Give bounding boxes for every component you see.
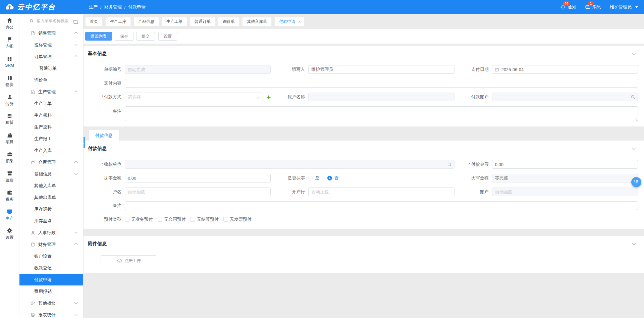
chevron-down-icon[interactable] bbox=[632, 51, 636, 55]
rail-item-leasing[interactable]: 租赁 bbox=[0, 110, 19, 129]
rail-item-supervision[interactable]: 监造 bbox=[0, 167, 19, 186]
submit-button[interactable]: 提交 bbox=[136, 32, 155, 41]
sidebar-item-production-return[interactable]: 生产退料 bbox=[19, 121, 83, 133]
rail-item-tax[interactable]: 税务 bbox=[0, 186, 19, 205]
round-amount-input[interactable] bbox=[125, 174, 271, 182]
checkbox-no-settlement-prepay[interactable]: 无结算预付 bbox=[191, 216, 219, 222]
sidebar-item-finance-management[interactable]: 财务管理 bbox=[19, 238, 83, 250]
tab-product-info[interactable]: 产品信息 bbox=[133, 17, 159, 26]
sidebar-item-order-management[interactable]: 订单管理 bbox=[19, 51, 83, 62]
breadcrumb-item[interactable]: 付款申请 bbox=[128, 4, 146, 10]
sidebar-item-account-settings[interactable]: 账户设置 bbox=[19, 250, 83, 262]
chevron-down-icon[interactable] bbox=[632, 241, 636, 245]
sidebar-item-expense-reimburse[interactable]: 费用报销 bbox=[19, 285, 83, 297]
writer-field: 填写人 bbox=[271, 65, 454, 74]
person-outline-icon bbox=[31, 230, 36, 235]
translate-float-button[interactable]: 译 bbox=[631, 177, 641, 187]
chevron-down-icon[interactable] bbox=[632, 146, 636, 150]
tab-payment-request[interactable]: 付款申请 × bbox=[274, 17, 305, 26]
tab-inquiry-order[interactable]: 询价单 bbox=[218, 17, 239, 26]
handbag-icon bbox=[7, 132, 13, 138]
rail-item-internal-account[interactable]: 内帐 bbox=[0, 33, 19, 52]
sidebar-item-report-stats[interactable]: 报表统计 bbox=[19, 309, 83, 318]
attachment-section: 附件信息 点击上传 bbox=[83, 236, 644, 273]
search-icon[interactable] bbox=[447, 162, 452, 168]
user-menu[interactable]: 维护管理员 bbox=[610, 4, 638, 10]
sidebar-item-hr-admin[interactable]: 人事行政 bbox=[19, 227, 83, 238]
section-title: 付款信息 bbox=[88, 146, 107, 152]
holder-input[interactable] bbox=[125, 188, 271, 196]
rail-item-materials[interactable]: 物资 bbox=[0, 71, 19, 91]
checkbox-no-contract-prepay[interactable]: 无合同预付 bbox=[158, 216, 186, 222]
notifications-button[interactable]: 44 通知 bbox=[560, 4, 576, 10]
back-to-list-button[interactable]: 返回列表 bbox=[85, 32, 112, 41]
sidebar-item-normal-order[interactable]: 普通订单 bbox=[19, 62, 83, 74]
sidebar-item-stock-count[interactable]: 库存盘点 bbox=[19, 215, 83, 227]
payee-input[interactable] bbox=[125, 160, 454, 169]
radio-yes[interactable]: 是 bbox=[308, 175, 319, 181]
tab-other-inbound[interactable]: 其他入库单 bbox=[242, 17, 272, 26]
tab-home[interactable]: 首页 bbox=[85, 17, 103, 26]
pay-method-select[interactable] bbox=[125, 93, 263, 101]
menu-search-field[interactable] bbox=[30, 18, 70, 25]
sidebar-item-payment-request[interactable]: 付款申请 bbox=[19, 274, 83, 285]
menu-search-input[interactable] bbox=[36, 18, 70, 23]
gear-icon bbox=[6, 227, 13, 234]
pay-account-input[interactable] bbox=[492, 93, 638, 101]
bank-input[interactable] bbox=[308, 188, 454, 196]
radio-no[interactable]: 否 bbox=[327, 175, 338, 181]
sidebar-item-production-workorder[interactable]: 生产工单 bbox=[19, 98, 83, 109]
sidebar-item-receipt-register[interactable]: 收款登记 bbox=[19, 262, 83, 274]
basic-remark-textarea[interactable] bbox=[125, 106, 638, 121]
pay-date-input[interactable] bbox=[492, 65, 638, 74]
account-name-field: 账户名称 bbox=[271, 93, 454, 101]
chevron-up-icon bbox=[74, 161, 78, 164]
page-tabs: 首页 生产工序 产品信息 生产工单 普通订单 询价单 其他入库单 付款申请 × bbox=[83, 14, 644, 29]
pay-content-input[interactable] bbox=[125, 79, 638, 88]
tab-production-workorder[interactable]: 生产工单 bbox=[162, 17, 187, 26]
upload-button[interactable]: 点击上传 bbox=[101, 255, 156, 266]
sidebar-item-other-inbound[interactable]: 其他入库单 bbox=[19, 180, 83, 192]
sidebar-item-bidding-management[interactable]: 投标管理 bbox=[19, 39, 83, 51]
checkbox-no-invoice-prepay[interactable]: 无发票预付 bbox=[223, 216, 252, 222]
sidebar-item-production-picking[interactable]: 生产领料 bbox=[19, 109, 83, 121]
sidebar-item-production-report[interactable]: 生产报工 bbox=[19, 133, 83, 145]
flag-icon bbox=[7, 37, 13, 43]
rail-item-settings[interactable]: 设置 bbox=[0, 224, 19, 244]
search-icon[interactable] bbox=[631, 95, 635, 101]
tab-normal-order[interactable]: 普通订单 bbox=[190, 17, 215, 26]
rail-item-labor[interactable]: 劳务 bbox=[0, 91, 19, 110]
add-pay-method-button[interactable]: + bbox=[267, 94, 271, 101]
sidebar-item-other-outbound[interactable]: 其他出库单 bbox=[19, 192, 83, 203]
app-title: 云中忆平台 bbox=[17, 2, 56, 12]
folder-icon[interactable] bbox=[73, 19, 78, 24]
breadcrumb-item[interactable]: 生产 bbox=[89, 4, 98, 10]
rail-item-srm[interactable]: SRM bbox=[0, 52, 19, 71]
checkbox-no-business-prepay[interactable]: 无业务预付 bbox=[125, 216, 153, 222]
sidebar-item-basic-info[interactable]: 基础信息 bbox=[19, 168, 83, 180]
rail-item-procurement[interactable]: 招采 bbox=[0, 148, 19, 167]
sidebar-item-other-modules[interactable]: 其他板块 bbox=[19, 297, 83, 309]
sidebar-item-inquiry-order[interactable]: 询价单 bbox=[19, 74, 83, 86]
pay-amount-input[interactable] bbox=[492, 160, 638, 169]
payment-remark-input[interactable] bbox=[125, 201, 638, 210]
messages-button[interactable]: 1 消息 bbox=[585, 4, 601, 10]
sidebar-item-production-management[interactable]: 生产管理 bbox=[19, 86, 83, 98]
module-rail: 办公 内帐 SRM 物资 劳务 租赁 项目 招采 监造 税务 生产 设 bbox=[0, 14, 19, 318]
rail-item-office[interactable]: 办公 bbox=[0, 14, 19, 33]
close-icon[interactable]: × bbox=[298, 19, 301, 24]
tab-production-process[interactable]: 生产工序 bbox=[105, 17, 131, 26]
sidebar-item-sales-management[interactable]: 销售管理 bbox=[19, 27, 83, 39]
sidebar-item-warehouse-management[interactable]: 仓库管理 bbox=[19, 156, 83, 168]
save-button[interactable]: 保存 bbox=[115, 32, 133, 41]
rail-item-production[interactable]: 生产 bbox=[0, 205, 19, 224]
sidebar-item-stock-transfer[interactable]: 库存调拨 bbox=[19, 203, 83, 215]
rail-item-project[interactable]: 项目 bbox=[0, 129, 19, 148]
payment-info-tab[interactable]: 付款信息 bbox=[89, 130, 119, 141]
chevron-down-icon bbox=[74, 43, 78, 46]
sidebar-item-production-inbound[interactable]: 生产入库 bbox=[19, 145, 83, 156]
writer-input[interactable] bbox=[308, 65, 454, 74]
settings-button[interactable]: 设置 bbox=[158, 32, 177, 41]
notebook-icon bbox=[31, 242, 36, 247]
breadcrumb-item[interactable]: 财务管理 bbox=[104, 4, 122, 10]
